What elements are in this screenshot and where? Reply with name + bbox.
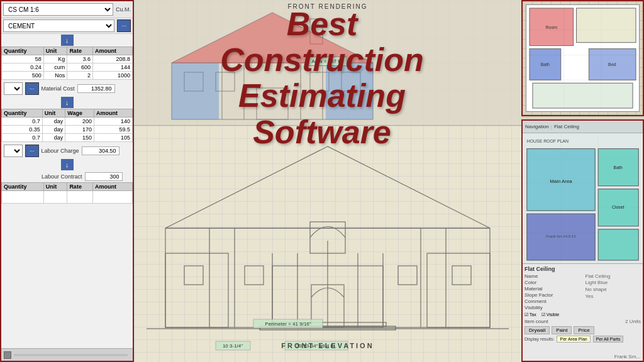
scroll-thumb[interactable] [4,351,11,359]
prop-val-visibility: Yes [586,293,641,299]
down-arrow-2[interactable]: ↓ [61,97,74,108]
scroll-track[interactable] [14,354,128,356]
col-amount-1: Amount [93,47,133,55]
col-rate-3: Rate [67,183,93,191]
col-quantity-2: Quantity [2,109,43,118]
col-unit-3: Unit [43,183,67,191]
svg-text:Bath: Bath [614,165,623,170]
dots-button-1[interactable]: ··· [117,19,131,32]
cu-m-label: Cu.M. [116,6,131,13]
prop-val-name: Flat Ceiling [586,273,641,279]
bottom-table: Quantity Unit Rate Amount [1,182,133,204]
bottom-scrollbar[interactable] [1,348,133,361]
col-quantity-1: Quantity [2,47,44,55]
cement-row: CEMENT ··· [1,18,133,34]
prop-row-material: Material [525,286,580,292]
prop-label-color: Color [525,280,536,285]
view-options-label: Display results: [525,337,554,341]
svg-rect-52 [577,8,636,43]
svg-rect-6 [257,88,288,119]
prop-label-name: Name [525,273,538,279]
floor-plan-colored: Main Area Bath Closet HOUSE ROOF PLAN Fr… [523,133,643,263]
cement-dropdown[interactable]: CEMENT [3,19,114,32]
tab-paint[interactable]: Paint [552,326,572,334]
labour-contract-label: Labour Contract [42,173,82,180]
right-top-plan-view: Room Bath Bed [526,4,640,112]
cell: day [42,126,65,134]
cell: 3.6 [67,55,93,63]
right-panel-bottom: Navigation | Flat Ceiling [521,119,644,362]
tab-price[interactable]: Price [574,326,594,334]
props-col-labels: Name Color Material Slope Factor Comment [525,273,580,311]
prop-label-slope: Slope Factor [525,292,553,298]
col-amount-3: Amount [93,183,133,191]
cell: 1000 [93,72,133,80]
cell: 2 [67,72,93,80]
table-row: 0.35 day 170 59.5 [2,126,133,134]
dots-button-3[interactable]: ··· [25,145,39,157]
cs-cm-dropdown[interactable]: CS CM 1:6 [3,3,113,16]
tab-drywall[interactable]: Drywall [525,326,550,334]
down-arrow-1[interactable]: ↓ [61,35,74,46]
table-row: 0.24 cum 600 144 [2,63,133,72]
lp-top-bar: CS CM 1:6 Cu.M. [1,1,133,18]
bottom-tabs: Drywall Paint Price [525,326,641,334]
svg-rect-68 [598,229,638,260]
material-cost-label: Material Cost [42,85,75,92]
nav-flat-ceiling[interactable]: Flat Ceiling [554,124,579,129]
right-panel-top: Room Bath Bed [521,0,644,116]
right-bottom-nav: Navigation | Flat Ceiling [523,121,643,133]
cell: Kg [43,55,67,63]
cell: day [42,118,65,126]
svg-rect-14 [326,63,373,119]
dots-button-2[interactable]: ··· [25,82,39,95]
cell: 144 [93,63,133,72]
prop-label-visibility: Visibility [525,305,543,310]
cell: 0.24 [2,63,44,72]
properties-panel: Flat Ceiling Name Color Material Slope F… [523,263,643,361]
properties-title: Flat Ceiling [525,266,641,272]
col-unit-1: Unit [43,47,67,55]
view-per-all[interactable]: Per All Parts [593,336,624,343]
right-bottom-floor-plan: Navigation | Flat Ceiling [523,121,643,361]
prop-item-count: Item count 2 Units [525,319,641,324]
nav-navigation[interactable]: Navigation [525,124,549,129]
cell: 600 [67,63,93,72]
svg-text:Main Area: Main Area [550,178,572,184]
cell: 0.7 [2,134,43,142]
labour-contract-row: Labour Contract 300 [1,171,133,182]
house-elevation-area: 10 3-1/4" 33 13-34" 19.4 Ft. Perimeter =… [134,126,521,362]
col-wage: Wage [65,109,94,118]
checkbox-row: ☑ Tax ☑ Visible [525,312,641,317]
material-type-dropdown[interactable]: ▼ [4,82,23,95]
bottom-table-section: Quantity Unit Rate Amount [1,182,133,204]
col-amount-2: Amount [94,109,132,118]
labour-charge-label: Labour Charge [42,148,79,154]
prop-row-comment: Comment [525,299,580,304]
table-row: 58 Kg 3.6 208.8 [2,55,133,63]
prop-label-comment: Comment [525,299,547,304]
labour-section: Quantity Unit Wage Amount 0.7 day 200 14… [1,109,133,142]
properties-columns: Name Color Material Slope Factor Comment [525,273,641,311]
labour-contract-value: 300 [85,172,123,181]
prop-row-color: Color [525,280,580,285]
material-section: Quantity Unit Rate Amount 58 Kg 3.6 208.… [1,47,133,80]
prop-row-name: Name [525,273,580,279]
props-col-values: Flat Ceiling Light Blue No shape [586,273,641,311]
material-cost-value: 1352.80 [77,84,115,93]
down-arrow-3[interactable]: ↓ [61,159,74,170]
material-table: Quantity Unit Rate Amount 58 Kg 3.6 208.… [1,47,133,80]
svg-text:10 3-1/4": 10 3-1/4" [223,343,243,349]
svg-rect-32 [398,266,417,285]
cell: 170 [65,126,94,134]
prop-value-color: Light Blue [586,280,608,285]
prop-label-material: Material [525,286,542,292]
svg-marker-12 [172,13,373,63]
col-unit-2: Unit [42,109,65,118]
front-elevation-label: FRONT ELEVATION [281,342,374,349]
prop-row-visibility: Visibility [525,305,580,310]
view-per-area[interactable]: Per Area Plan [557,336,590,343]
labour-type-dropdown[interactable]: ▼ [4,145,23,157]
cell: 58 [2,55,44,63]
table-row: 500 Nos 2 1000 [2,72,133,80]
